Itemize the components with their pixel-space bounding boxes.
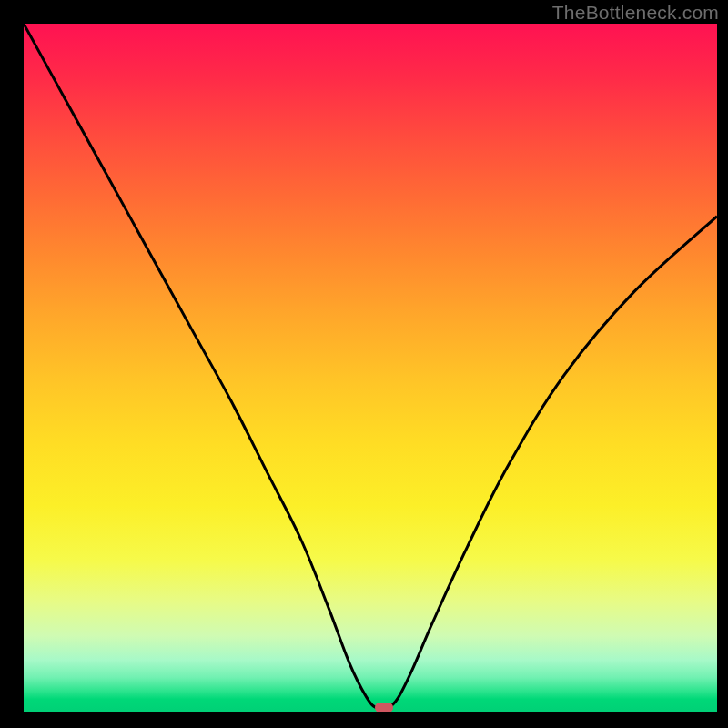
plot-area	[24, 24, 717, 712]
chart-frame: TheBottleneck.com	[0, 0, 728, 728]
minimum-marker	[375, 703, 393, 712]
bottleneck-curve	[24, 24, 717, 712]
curve-path	[24, 24, 717, 710]
watermark-text: TheBottleneck.com	[552, 2, 719, 24]
